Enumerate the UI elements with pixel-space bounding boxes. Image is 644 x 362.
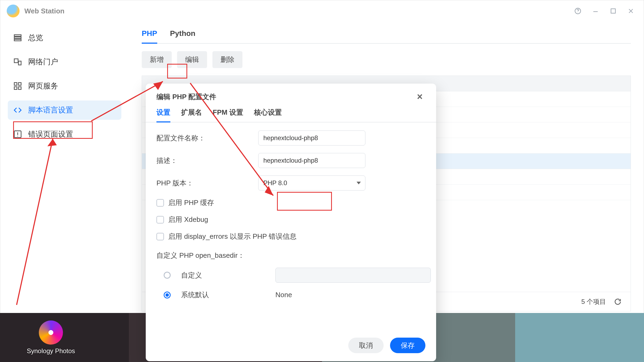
- tab-php[interactable]: PHP: [142, 29, 157, 43]
- dialog-tabs: 设置 扩展名 FPM 设置 核心设置: [146, 108, 436, 122]
- main-tabs: PHP Python: [142, 29, 631, 44]
- alert-icon: [13, 130, 22, 139]
- sidebar-item-label: 总览: [28, 33, 43, 43]
- radio-system-default[interactable]: 系统默认 None: [156, 290, 425, 300]
- dialog-tab-settings[interactable]: 设置: [156, 108, 170, 122]
- checkbox-icon: [156, 199, 164, 207]
- sidebar: 总览 网络门户 网页服务 脚本语言设置: [0, 22, 129, 362]
- minimize-button[interactable]: [589, 5, 602, 17]
- tab-python[interactable]: Python: [170, 29, 196, 43]
- label-php-version: PHP 版本：: [156, 178, 253, 188]
- maximize-button[interactable]: [607, 5, 620, 17]
- checkbox-icon: [156, 233, 164, 240]
- svg-point-17: [17, 136, 18, 137]
- sidebar-item-webservice[interactable]: 网页服务: [8, 76, 121, 96]
- svg-rect-14: [18, 87, 21, 89]
- edit-button[interactable]: 编辑: [177, 51, 207, 68]
- svg-rect-6: [14, 35, 21, 36]
- checkbox-enable-cache[interactable]: 启用 PHP 缓存: [156, 198, 425, 207]
- chevron-down-icon: [357, 182, 361, 184]
- close-button[interactable]: [624, 5, 637, 17]
- dialog-tab-core[interactable]: 核心设置: [254, 108, 282, 122]
- sidebar-item-label: 网页服务: [28, 81, 58, 91]
- sidebar-item-portals[interactable]: 网络门户: [8, 52, 121, 72]
- dialog-tab-extensions[interactable]: 扩展名: [181, 108, 202, 122]
- sidebar-item-errorpages[interactable]: 错误页面设置: [8, 125, 121, 144]
- cancel-button[interactable]: 取消: [348, 338, 384, 353]
- svg-rect-8: [14, 39, 21, 41]
- sidebar-item-overview[interactable]: 总览: [8, 28, 121, 47]
- checkbox-display-errors[interactable]: 启用 display_errors 以显示 PHP 错误信息: [156, 232, 425, 241]
- help-button[interactable]: [571, 5, 584, 17]
- save-button[interactable]: 保存: [390, 338, 425, 353]
- code-icon: [13, 106, 22, 115]
- delete-button[interactable]: 删除: [212, 51, 242, 68]
- checkbox-icon: [156, 216, 164, 223]
- synology-photos-icon: [39, 320, 63, 345]
- svg-rect-13: [14, 87, 17, 89]
- label-description: 描述：: [156, 156, 253, 165]
- label-profile-name: 配置文件名称：: [156, 133, 253, 143]
- refresh-button[interactable]: [612, 296, 623, 307]
- grid-icon: [13, 81, 22, 91]
- profile-name-input[interactable]: [258, 130, 365, 145]
- radio-custom[interactable]: 自定义: [156, 268, 425, 283]
- shortcut-label: Synology Photos: [27, 347, 75, 355]
- description-input[interactable]: [258, 153, 365, 168]
- checkbox-enable-xdebug[interactable]: 启用 Xdebug: [156, 215, 425, 224]
- open-basedir-none: None: [275, 291, 425, 299]
- sidebar-item-label: 脚本语言设置: [28, 105, 73, 115]
- titlebar: Web Station: [0, 0, 644, 22]
- portals-icon: [13, 57, 22, 66]
- edit-php-profile-dialog: 编辑 PHP 配置文件 × 设置 扩展名 FPM 设置 核心设置 配置文件名称：…: [146, 84, 436, 361]
- item-count: 5 个项目: [581, 297, 606, 306]
- svg-rect-3: [611, 9, 615, 13]
- svg-rect-11: [14, 83, 17, 85]
- php-version-value: PHP 8.0: [263, 179, 287, 187]
- php-version-select[interactable]: PHP 8.0: [258, 176, 365, 191]
- dialog-title: 编辑 PHP 配置文件: [156, 92, 216, 102]
- svg-rect-10: [18, 61, 21, 65]
- app-title: Web Station: [24, 7, 65, 15]
- dialog-footer: 取消 保存: [146, 331, 436, 361]
- dialog-header: 编辑 PHP 配置文件 ×: [146, 84, 436, 108]
- label-open-basedir: 自定义 PHP open_basedir：: [156, 251, 425, 260]
- svg-point-1: [578, 12, 578, 13]
- svg-rect-7: [14, 37, 21, 39]
- svg-rect-9: [14, 59, 18, 63]
- sidebar-item-scripting[interactable]: 脚本语言设置: [8, 100, 121, 120]
- sidebar-item-label: 网络门户: [28, 57, 58, 67]
- app-icon: [7, 5, 20, 17]
- toolbar: 新增 编辑 删除: [142, 51, 631, 68]
- dialog-body: 配置文件名称： 描述： PHP 版本： PHP 8.0 启用 PHP 缓存 启用…: [146, 122, 436, 331]
- add-button[interactable]: 新增: [142, 51, 172, 68]
- list-icon: [13, 33, 22, 42]
- dialog-tab-fpm[interactable]: FPM 设置: [213, 108, 243, 122]
- desktop-shortcut-synology-photos[interactable]: Synology Photos: [27, 320, 75, 355]
- sidebar-item-label: 错误页面设置: [28, 129, 73, 139]
- dialog-close-button[interactable]: ×: [414, 91, 425, 102]
- svg-rect-12: [18, 83, 21, 85]
- radio-icon: [164, 272, 171, 279]
- open-basedir-custom-input[interactable]: [275, 268, 431, 283]
- radio-selected-icon: [164, 292, 171, 298]
